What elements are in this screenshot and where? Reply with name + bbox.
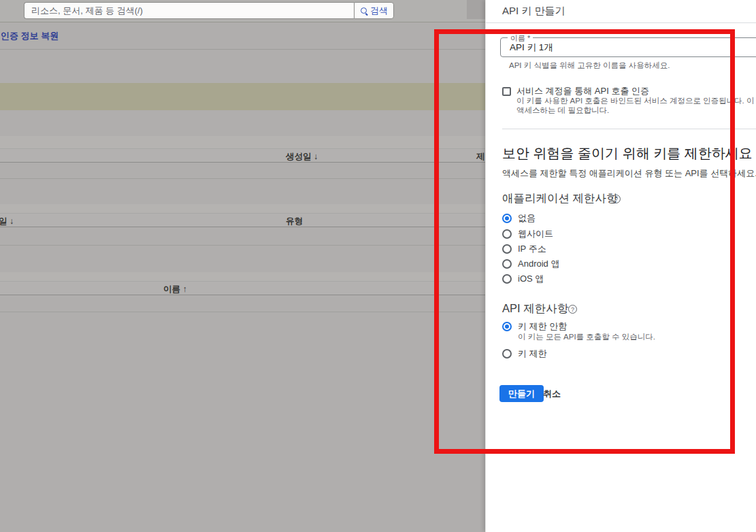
search-button-label: 검색	[370, 5, 388, 17]
radio-option-no-key-restriction[interactable]: 키 제한 안함	[502, 320, 567, 333]
api-restrictions-heading: API 제한사항	[502, 301, 568, 316]
create-button[interactable]: 만들기	[499, 385, 544, 402]
search-icon	[360, 7, 368, 15]
divider	[502, 129, 756, 129]
radio-selected-icon	[502, 214, 512, 223]
application-restrictions-heading: 애플리케이션 제한사항	[502, 191, 618, 206]
radio-label: 웹사이트	[518, 228, 553, 240]
api-keys-table-header: 생성일 ↓ 제한사항	[0, 148, 485, 163]
radio-icon	[502, 274, 512, 284]
column-header-date[interactable]: 일 ↓	[0, 216, 14, 227]
service-accounts-table-header: 이름 ↑	[0, 281, 485, 295]
service-account-description-line2: 액세스하는 데 필요합니다.	[516, 105, 609, 116]
radio-label: IP 주소	[518, 243, 546, 255]
search-input[interactable]	[24, 2, 354, 19]
radio-icon	[502, 349, 512, 359]
radio-label: 키 제한 안함	[518, 320, 567, 333]
column-header-name[interactable]: 이름 ↑	[163, 284, 187, 295]
name-field-value: API 키 1개	[501, 38, 756, 56]
radio-label: iOS 앱	[518, 273, 544, 285]
divider	[0, 49, 485, 50]
no-restriction-description: 이 키는 모든 API를 호출할 수 있습니다.	[518, 332, 655, 342]
radio-option-none[interactable]: 없음	[502, 212, 536, 225]
radio-option-website[interactable]: 웹사이트	[502, 227, 553, 241]
divider	[486, 22, 756, 23]
column-header-restrictions[interactable]: 제한사항	[476, 151, 485, 163]
restrict-key-heading: 보안 위험을 줄이기 위해 키를 제한하세요	[502, 144, 753, 163]
table-row	[0, 312, 485, 312]
table-section-strip	[0, 272, 485, 281]
restrict-key-subheading: 액세스를 제한할 특정 애플리케이션 유형 또는 API를 선택하세요.	[502, 167, 756, 180]
highlighted-row	[0, 83, 485, 110]
oauth-table-header: 일 ↓ 유형	[0, 213, 485, 227]
service-account-checkbox[interactable]	[502, 87, 511, 96]
help-icon[interactable]: ?	[568, 305, 577, 314]
table-section-strip	[0, 136, 485, 148]
panel-title: API 키 만들기	[502, 5, 565, 18]
service-account-description-line1: 이 키를 사용한 API 호출은 바인드된 서비스 계정으로 인증됩니다. 이 …	[516, 96, 756, 106]
name-field-label: 이름 *	[508, 33, 533, 44]
api-key-name-field[interactable]: 이름 * API 키 1개	[500, 37, 756, 57]
create-api-key-panel: API 키 만들기 이름 * API 키 1개 API 키 식별을 위해 고유한…	[485, 0, 756, 532]
help-icon[interactable]: ?	[612, 195, 621, 203]
table-row	[0, 178, 485, 179]
search-wrap: 검색	[24, 2, 394, 19]
screen: 검색 인증 정보 복원 생성일 ↓ 제한사항 일 ↓ 유형 이름 ↑ API 키…	[0, 0, 756, 532]
credentials-page-dimmed: 검색 인증 정보 복원 생성일 ↓ 제한사항 일 ↓ 유형 이름 ↑	[0, 0, 485, 532]
column-header-type[interactable]: 유형	[286, 216, 303, 227]
column-header-created[interactable]: 생성일 ↓	[286, 151, 318, 163]
radio-selected-icon	[502, 322, 512, 331]
radio-icon	[502, 259, 512, 269]
radio-label: Android 앱	[518, 258, 559, 270]
radio-option-android[interactable]: Android 앱	[502, 257, 559, 271]
radio-label: 키 제한	[518, 348, 547, 360]
name-field-helper: API 키 식별을 위해 고유한 이름을 사용하세요.	[509, 61, 670, 71]
table-section-strip	[0, 204, 485, 213]
radio-icon	[502, 229, 512, 239]
restore-credentials-link[interactable]: 인증 정보 복원	[1, 30, 59, 42]
search-button[interactable]: 검색	[354, 2, 394, 19]
radio-icon	[502, 244, 512, 254]
divider	[0, 22, 485, 22]
cancel-button[interactable]: 취소	[543, 388, 561, 400]
radio-option-ip[interactable]: IP 주소	[502, 242, 546, 256]
radio-option-ios[interactable]: iOS 앱	[502, 272, 544, 286]
table-row	[0, 245, 485, 246]
topbar-fragment	[467, 0, 485, 19]
radio-label: 없음	[518, 212, 536, 225]
top-search-bar: 검색	[0, 0, 485, 22]
radio-option-restrict-key[interactable]: 키 제한	[502, 347, 547, 361]
